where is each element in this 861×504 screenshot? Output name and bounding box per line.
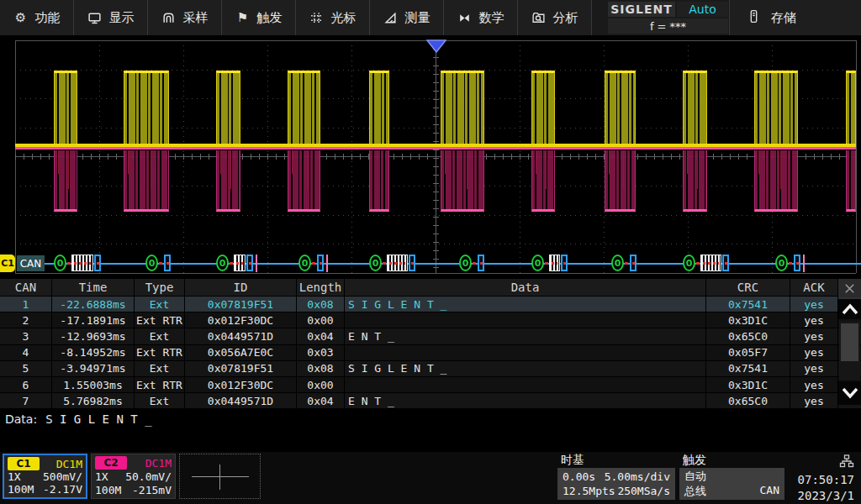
- menu-item-math[interactable]: 数学: [444, 0, 518, 35]
- system-info-block: 07:50:17 2023/3/1: [790, 452, 861, 504]
- c1-burst: [288, 71, 320, 144]
- data-readout-line: Data: S I G L E N T _: [0, 409, 861, 429]
- menu-item-function[interactable]: ⚙ 功能: [0, 0, 74, 35]
- table-cell: -8.14952ms: [52, 345, 135, 360]
- table-cell: 0x07819F51: [185, 297, 297, 312]
- c1-burst: [54, 71, 77, 144]
- can-frame-rtr[interactable]: 0: [298, 254, 328, 272]
- column-header: ACK: [790, 279, 838, 296]
- trigger-position-marker[interactable]: [426, 39, 446, 53]
- table-cell: 0x65C0: [706, 393, 790, 408]
- c2-spike: [445, 150, 446, 174]
- timebase-scale: 5.00ms/div: [605, 470, 670, 483]
- sample-rate: 250MSa/s: [617, 485, 670, 497]
- vertical-axis: [436, 40, 436, 273]
- menu-item-trigger[interactable]: ⚑ 触发: [222, 0, 296, 35]
- channel-box-c1[interactable]: C1 DC1M 1X 500mV/ 100M -2.17V: [3, 454, 87, 499]
- trigger-panel[interactable]: 触发 自动 总线 CAN: [679, 453, 784, 500]
- can-frame-rtr[interactable]: 0: [775, 254, 805, 272]
- c2-bandwidth: 100M: [95, 484, 121, 496]
- scrollbar-thumb[interactable]: [841, 323, 858, 361]
- table-cell: 0x3D1C: [706, 377, 790, 392]
- menu-item-measure[interactable]: 测量: [370, 0, 444, 35]
- c2-spike: [58, 150, 59, 174]
- memory-depth: 12.5Mpts: [563, 485, 615, 497]
- frame-end-marker: [803, 255, 805, 272]
- frame-data-block: [234, 255, 246, 271]
- frame-id-marker: 0: [145, 255, 158, 271]
- c2-scale: 50.0mV/: [125, 470, 172, 483]
- c2-burst: [369, 150, 389, 212]
- status-block: SIGLENT Auto f = ***: [592, 0, 730, 35]
- table-cell: yes: [790, 312, 838, 328]
- can-frame-data[interactable]: 0: [531, 254, 568, 272]
- table-cell: 0x012F30DC: [185, 312, 297, 328]
- add-channel-box[interactable]: [179, 454, 261, 499]
- c1-burst: [531, 71, 555, 144]
- c1-burst: [683, 71, 707, 144]
- frame-ack-block: [409, 255, 415, 271]
- frame-data-block: [71, 255, 93, 271]
- can-frame-rtr[interactable]: 0: [611, 254, 637, 272]
- menu-item-display[interactable]: 显示: [74, 0, 148, 35]
- frame-data-block: [549, 255, 560, 271]
- frame-ack-block: [94, 255, 101, 271]
- menu-item-sampling[interactable]: 采样: [148, 0, 222, 35]
- table-row[interactable]: 5-3.94971msExt0x07819F510x08S I G L E N …: [0, 360, 861, 376]
- c1-channel-marker[interactable]: C1: [0, 255, 15, 272]
- timebase-title: 时基: [557, 453, 675, 468]
- frame-id-marker: 0: [54, 255, 66, 271]
- menu-item-analysis[interactable]: 分析: [518, 0, 592, 35]
- table-row[interactable]: 4-8.14952msExt RTR0x056A7E0C0x030x05F7ye…: [0, 344, 861, 360]
- measure-icon: [383, 10, 399, 25]
- frame-ack-block: [317, 255, 324, 271]
- frame-end-marker: [256, 255, 257, 272]
- c2-spike: [546, 150, 547, 189]
- can-frame-rtr[interactable]: 0: [145, 254, 171, 272]
- scroll-down-button[interactable]: [838, 381, 861, 405]
- c1-burst: [369, 71, 389, 144]
- analysis-icon: [531, 10, 547, 25]
- waveform-display[interactable]: C1 CAN 0000000000: [0, 35, 861, 279]
- menu-item-storage[interactable]: 存储: [730, 0, 861, 35]
- table-row[interactable]: 75.76982msExt0x0449571D0x04E N T _0x65C0…: [0, 392, 861, 408]
- frame-data-block: [700, 255, 721, 271]
- c2-spike: [623, 150, 624, 189]
- channel-box-c2[interactable]: C2 DC1M 1X 50.0mV/ 100M -215mV: [91, 454, 176, 499]
- menu-item-cursor[interactable]: 光标: [296, 0, 370, 35]
- can-frame-data[interactable]: 0: [54, 254, 101, 272]
- can-frame-data[interactable]: 0: [683, 254, 729, 272]
- gear-icon: ⚙: [13, 10, 29, 25]
- can-frame-data[interactable]: 0: [369, 254, 415, 272]
- can-bus-label[interactable]: CAN: [17, 255, 45, 271]
- table-row[interactable]: 2-17.1891msExt RTR0x012F30DC0x000x3D1Cye…: [0, 312, 861, 328]
- table-cell: S I G L E N T _: [345, 297, 706, 312]
- table-cell: yes: [790, 297, 838, 312]
- frame-id-marker: 0: [775, 255, 788, 271]
- table-scrollbar[interactable]: [839, 321, 860, 380]
- table-row[interactable]: 3-12.9693msExt0x0449571D0x04E N T _0x65C…: [0, 328, 861, 344]
- table-cell: 3: [0, 328, 52, 344]
- c2-badge: C2: [95, 456, 127, 470]
- frame-end-marker: [326, 255, 328, 272]
- table-cell: yes: [790, 393, 838, 408]
- table-cell: Ext: [135, 393, 185, 408]
- c2-spike: [292, 150, 293, 174]
- storage-icon: [747, 9, 761, 27]
- timebase-panel[interactable]: 时基 0.00s 5.00ms/div 12.5Mpts 250MSa/s: [557, 453, 675, 500]
- can-frame-data[interactable]: 0: [216, 254, 257, 272]
- can-frame-rtr[interactable]: 0: [459, 254, 484, 272]
- close-table-button[interactable]: [838, 279, 861, 297]
- c2-spike: [758, 150, 759, 174]
- sampling-icon: [161, 10, 177, 25]
- c1-bandwidth: 100M: [8, 483, 34, 496]
- scroll-up-button[interactable]: [838, 299, 861, 319]
- table-cell: E N T _: [345, 328, 706, 344]
- trigger-flag-icon: ⚑: [235, 10, 251, 25]
- table-cell: yes: [790, 328, 838, 344]
- table-row[interactable]: 61.55003msExt RTR0x012F30DC0x000x3D1Cyes: [0, 376, 861, 392]
- column-header: Data: [345, 279, 706, 296]
- table-row[interactable]: 1-22.6888msExt0x07819F510x08S I G L E N …: [0, 296, 861, 312]
- acquisition-status-badge: Auto: [677, 2, 728, 17]
- table-cell: 2: [0, 312, 52, 328]
